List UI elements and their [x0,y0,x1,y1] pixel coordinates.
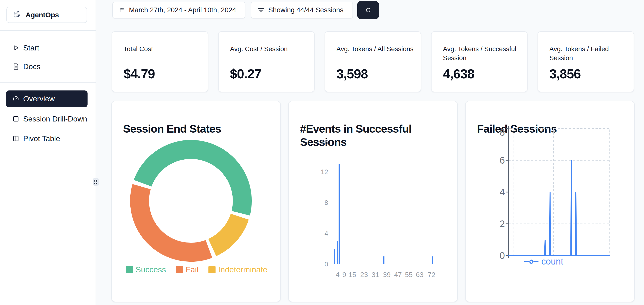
sessions-filter-label: Showing 44/44 Sessions [268,6,344,14]
sidebar-item-start[interactable]: Start [0,41,96,55]
x-tick-label: 72 [428,271,435,278]
logo-label: AgentOps [26,11,59,19]
x-tick-label: 55 [405,271,412,278]
event-count-bar [338,164,340,264]
stat-value: $0.27 [230,66,262,82]
sidebar-item-docs[interactable]: Docs [0,60,96,73]
donut-slice-indeterminate [212,217,240,247]
x-tick-label: 9 [342,271,346,278]
x-tick-label: 63 [416,271,424,278]
agentops-dashboard: AgentOps Start Docs [0,0,644,305]
legend-swatch [208,266,216,273]
sidebar-item-label: Session Drill-Down [23,115,87,123]
failed-sessions-chart[interactable]: 02468 [466,101,635,302]
legend-swatch [126,266,133,273]
stat-title: Avg. Cost / Session [230,45,307,54]
stat-title: Avg. Tokens / Failed Session [549,45,626,63]
date-range-button[interactable]: March 27th, 2024 - April 10th, 2024 [112,2,245,19]
sidebar-item-label: Docs [23,62,40,71]
y-tick-label: 0 [324,260,328,268]
donut-slice-success [143,149,242,213]
failed-sessions-card: Failed Sessions 02468 count [465,101,635,302]
x-tick-label: 31 [372,271,379,278]
count-legend-label: count [541,256,563,267]
sidebar-divider-bottom [0,82,96,83]
count-line [508,160,610,255]
stat-value: $4.79 [124,66,155,82]
grip-dots-icon [94,179,98,184]
y-tick-label: 6 [500,155,505,166]
sidebar-divider-top [0,30,96,31]
calendar-icon [120,8,125,13]
stat-title: Avg. Tokens / Successful Session [443,45,520,63]
refresh-icon [363,5,374,16]
donut-slice-fail [140,187,209,252]
x-tick-label: 15 [348,271,356,278]
stat-card-avg-tokens-successful: Avg. Tokens / Successful Session 4,638 [431,31,528,92]
stat-value: 3,856 [549,66,581,82]
stat-value: 4,638 [443,66,474,82]
sidebar-resize-handle[interactable] [93,178,99,186]
y-tick-label: 4 [500,187,505,197]
stat-title: Avg. Tokens / All Sessions [336,45,414,54]
count-legend[interactable]: count [465,256,628,267]
y-tick-label: 2 [500,219,505,229]
x-tick-label: 23 [360,271,368,278]
main-content: March 27th, 2024 - April 10th, 2024 Show… [96,0,644,305]
play-icon [12,44,20,51]
event-count-bar [337,241,338,264]
stat-card-avg-tokens-failed: Avg. Tokens / Failed Session 3,856 [538,31,634,92]
document-icon [12,63,20,70]
y-tick-label: 16 [321,139,328,146]
sidebar-item-label: Pivot Table [23,134,60,143]
sessions-filter-button[interactable]: Showing 44/44 Sessions [251,2,353,19]
stat-card-total-cost: Total Cost $4.79 [112,31,208,92]
stat-card-avg-tokens-all: Avg. Tokens / All Sessions 3,598 [324,31,421,92]
x-tick-label: 4 [336,271,340,278]
event-count-bar [432,256,433,264]
charts-row: Session End States Success Fail Indeterm… [111,101,635,302]
stat-card-avg-cost-session: Avg. Cost / Session $0.27 [218,31,315,92]
x-tick-label: 39 [383,271,390,278]
session-end-states-card: Session End States Success Fail Indeterm… [111,101,281,302]
donut-legend: Success Fail Indeterminate [126,265,267,274]
refresh-button[interactable] [357,1,379,19]
filter-icon [258,8,264,13]
y-tick-label: 8 [324,199,328,206]
y-tick-label: 12 [321,168,328,175]
x-tick-label: 47 [394,271,402,278]
events-histogram-card: #Events in Successful Sessions 048121649… [288,101,458,302]
legend-label: Fail [186,265,199,274]
sidebar-item-label: Start [23,44,39,52]
y-tick-label: 8 [500,127,505,138]
list-box-icon [12,115,20,122]
panel-layout-icon [12,135,20,142]
legend-swatch [176,266,183,273]
sidebar-item-label: Overview [23,95,55,103]
events-bar-chart[interactable]: 0481216491523313947556372 [289,101,458,302]
legend-label: Indeterminate [218,265,267,274]
sidebar-item-overview[interactable]: Overview [6,91,88,107]
legend-label: Success [136,265,166,274]
stat-value: 3,598 [336,66,368,82]
stat-title: Total Cost [124,45,201,54]
agentops-logo-icon [13,11,22,20]
event-count-bar [334,249,335,264]
sidebar-item-session-drill-down[interactable]: Session Drill-Down [0,112,96,126]
gauge-icon [12,95,20,103]
logo[interactable]: AgentOps [6,7,87,23]
stat-cards-row: Total Cost $4.79 Avg. Cost / Session $0.… [112,31,634,92]
sidebar: AgentOps Start Docs [0,0,96,305]
legend-item-indeterminate[interactable]: Indeterminate [208,265,267,274]
line-marker-icon [524,259,538,264]
legend-item-fail[interactable]: Fail [176,265,199,274]
y-tick-label: 4 [324,230,328,237]
legend-item-success[interactable]: Success [126,265,166,274]
event-count-bar [383,256,384,264]
date-range-label: March 27th, 2024 - April 10th, 2024 [129,6,236,14]
sidebar-item-pivot-table[interactable]: Pivot Table [0,132,96,145]
